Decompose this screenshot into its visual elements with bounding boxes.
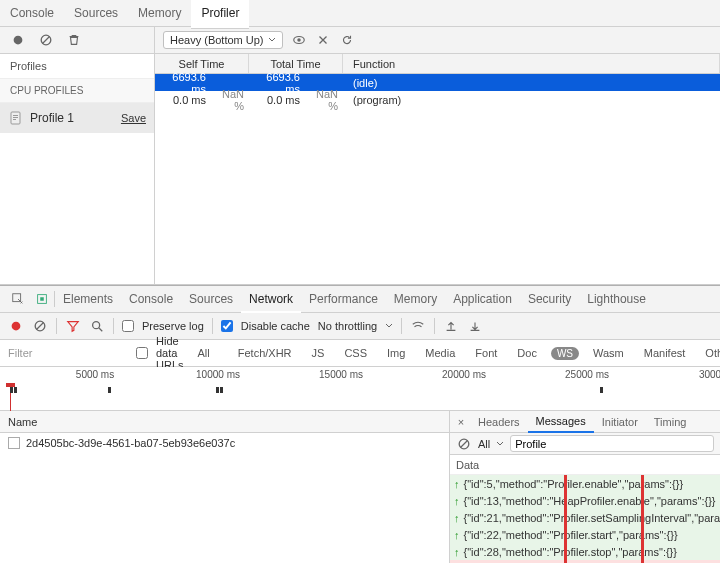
type-other[interactable]: Other [699, 345, 720, 361]
profiles-sidebar: Profiles CPU PROFILES Profile 1 Save [0, 27, 155, 284]
request-detail: × Headers Messages Initiator Timing All … [450, 411, 720, 563]
clear-icon[interactable] [38, 32, 54, 48]
request-row[interactable]: 2d4505bc-3d9e-4561-ba07-5eb93e6e037c [0, 433, 449, 453]
tab-application[interactable]: Application [445, 286, 520, 312]
detail-tab-initiator[interactable]: Initiator [594, 412, 646, 432]
msg-filter-all[interactable]: All [478, 438, 490, 450]
total-ms: 6693.6 ms [249, 74, 305, 91]
arrow-up-icon: ↑ [454, 529, 460, 541]
tab-network[interactable]: Network [241, 286, 301, 312]
ws-message[interactable]: ↑{"id":28,"method":"Profiler.stop","para… [450, 543, 720, 560]
tab-profiler[interactable]: Profiler [191, 0, 249, 28]
close-detail-icon[interactable]: × [452, 416, 470, 428]
tab-lighthouse[interactable]: Lighthouse [579, 286, 654, 312]
profiles-header: Profiles [0, 54, 154, 79]
tab-elements[interactable]: Elements [55, 286, 121, 312]
upload-icon[interactable] [443, 318, 459, 334]
total-ms: 0.0 ms [249, 91, 305, 108]
tab-console-bot[interactable]: Console [121, 286, 181, 312]
col-name[interactable]: Name [0, 411, 449, 433]
profile-view: Heavy (Bottom Up) Self Time Total Time F… [155, 27, 720, 284]
type-ws[interactable]: WS [551, 347, 579, 360]
svg-point-12 [12, 322, 21, 331]
type-img[interactable]: Img [381, 345, 411, 361]
eye-icon[interactable] [291, 32, 307, 48]
ws-message[interactable]: ↑{"id":22,"method":"Profiler.start","par… [450, 526, 720, 543]
ws-message[interactable]: ↑{"id":21,"method":"Profiler.setSampling… [450, 509, 720, 526]
type-manifest[interactable]: Manifest [638, 345, 692, 361]
refresh-icon[interactable] [339, 32, 355, 48]
record-network-icon[interactable] [8, 318, 24, 334]
filter-input[interactable]: Filter [8, 347, 128, 359]
device-icon[interactable] [34, 291, 50, 307]
msg-text: {"id":22,"method":"Profiler.start","para… [464, 529, 678, 541]
col-function[interactable]: Function [343, 54, 720, 73]
msg-text: {"id":13,"method":"HeapProfiler.enable",… [464, 495, 716, 507]
hide-data-urls-checkbox[interactable] [136, 347, 148, 359]
ws-message[interactable]: ↑{"id":5,"method":"Profiler.enable","par… [450, 475, 720, 492]
msg-data-header: Data [450, 455, 720, 475]
network-timeline[interactable]: 5000 ms 10000 ms 15000 ms 20000 ms 25000… [0, 367, 720, 411]
tl-5000: 5000 ms [76, 369, 114, 380]
func-name: (idle) [343, 74, 720, 91]
close-icon[interactable] [315, 32, 331, 48]
detail-tab-messages[interactable]: Messages [528, 411, 594, 433]
clear-messages-icon[interactable] [456, 436, 472, 452]
wifi-icon[interactable] [410, 318, 426, 334]
disable-cache-label: Disable cache [241, 320, 310, 332]
tab-security[interactable]: Security [520, 286, 579, 312]
download-icon[interactable] [467, 318, 483, 334]
tl-15000: 15000 ms [319, 369, 363, 380]
tab-performance[interactable]: Performance [301, 286, 386, 312]
self-ms: 6693.6 ms [155, 74, 211, 91]
filter-funnel-icon[interactable] [65, 318, 81, 334]
arrow-up-icon: ↑ [454, 478, 460, 490]
trash-icon[interactable] [66, 32, 82, 48]
type-doc[interactable]: Doc [511, 345, 543, 361]
arrow-up-icon: ↑ [454, 546, 460, 558]
arrow-up-icon: ↑ [454, 495, 460, 507]
record-icon[interactable] [10, 32, 26, 48]
cpu-profiles-header: CPU PROFILES [0, 79, 154, 103]
tab-sources-bot[interactable]: Sources [181, 286, 241, 312]
ws-message[interactable]: ↑{"id":13,"method":"HeapProfiler.enable"… [450, 492, 720, 509]
request-type-icon [8, 437, 20, 449]
tab-memory[interactable]: Memory [128, 0, 191, 26]
detail-tab-timing[interactable]: Timing [646, 412, 695, 432]
tl-10000: 10000 ms [196, 369, 240, 380]
svg-line-2 [43, 37, 50, 44]
svg-rect-5 [13, 117, 18, 118]
preserve-log-checkbox[interactable] [122, 320, 134, 332]
devtools-tabstrip: Elements Console Sources Network Perform… [0, 286, 720, 313]
self-ms: 0.0 ms [155, 91, 211, 108]
svg-point-15 [93, 322, 100, 329]
disable-cache-checkbox[interactable] [221, 320, 233, 332]
throttling-select[interactable]: No throttling [318, 320, 377, 332]
preserve-log-label: Preserve log [142, 320, 204, 332]
save-link[interactable]: Save [121, 112, 146, 124]
msg-filter-input[interactable] [510, 435, 714, 452]
type-font[interactable]: Font [469, 345, 503, 361]
network-filter-row: Filter Hide data URLs All Fetch/XHR JS C… [0, 340, 720, 367]
clear-network-icon[interactable] [32, 318, 48, 334]
tab-console[interactable]: Console [0, 0, 64, 26]
type-fetch[interactable]: Fetch/XHR [232, 345, 298, 361]
view-mode-select[interactable]: Heavy (Bottom Up) [163, 31, 283, 49]
type-css[interactable]: CSS [338, 345, 373, 361]
top-tabstrip: Console Sources Memory Profiler [0, 0, 720, 27]
search-icon[interactable] [89, 318, 105, 334]
tab-sources[interactable]: Sources [64, 0, 128, 26]
tab-memory-bot[interactable]: Memory [386, 286, 445, 312]
type-js[interactable]: JS [306, 345, 331, 361]
svg-rect-4 [13, 115, 18, 116]
type-media[interactable]: Media [419, 345, 461, 361]
chevron-down-icon [385, 322, 393, 330]
inspect-icon[interactable] [10, 291, 26, 307]
table-row[interactable]: 0.0 ms NaN % 0.0 ms NaN % (program) [155, 91, 720, 108]
profile-item[interactable]: Profile 1 Save [0, 103, 154, 133]
detail-tab-headers[interactable]: Headers [470, 412, 528, 432]
msg-text: {"id":5,"method":"Profiler.enable","para… [464, 478, 684, 490]
hide-data-urls-label: Hide data URLs [156, 335, 184, 371]
type-wasm[interactable]: Wasm [587, 345, 630, 361]
type-all[interactable]: All [192, 345, 216, 361]
